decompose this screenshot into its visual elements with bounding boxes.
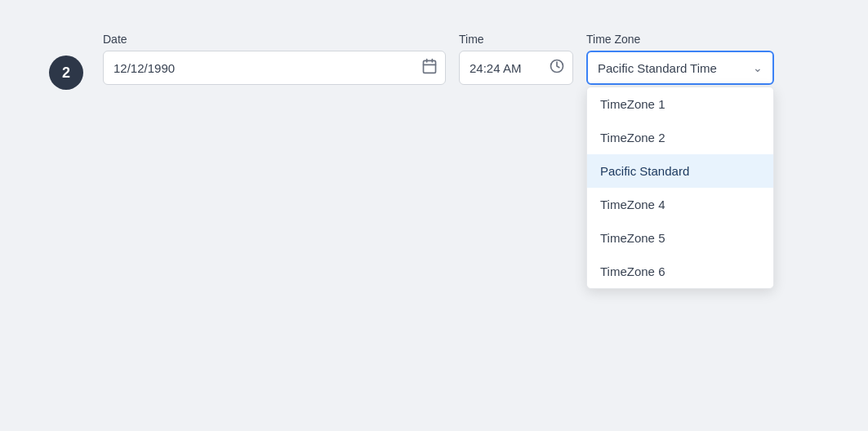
step-container: 2 Date Time [49,33,819,90]
timezone-option-2[interactable]: TimeZone 2 [587,121,773,154]
date-input[interactable] [103,51,446,85]
timezone-field-group: Time Zone Pacific Standard Time ⌄ TimeZo… [586,33,774,85]
step-number: 2 [62,64,70,82]
timezone-select-button[interactable]: Pacific Standard Time ⌄ [586,51,774,85]
step-badge: 2 [49,56,83,90]
time-label: Time [459,33,573,46]
timezone-option-4[interactable]: TimeZone 4 [587,188,773,221]
date-input-wrapper [103,51,446,85]
timezone-dropdown: TimeZone 1 TimeZone 2 Pacific Standard T… [586,87,774,289]
time-input-wrapper [459,51,573,85]
timezone-label: Time Zone [586,33,774,46]
time-field-group: Time [459,33,573,85]
time-input[interactable] [459,51,573,85]
timezone-option-6[interactable]: TimeZone 6 [587,255,773,288]
chevron-down-icon: ⌄ [753,61,763,74]
fields-row: Date Time [103,33,819,85]
timezone-option-pst[interactable]: Pacific Standard [587,154,773,188]
timezone-option-5[interactable]: TimeZone 5 [587,221,773,255]
timezone-selected-value: Pacific Standard Time [598,61,717,75]
date-field-group: Date [103,33,446,85]
date-label: Date [103,33,446,46]
timezone-wrapper: Pacific Standard Time ⌄ TimeZone 1 TimeZ… [586,51,774,85]
timezone-option-1[interactable]: TimeZone 1 [587,87,773,121]
